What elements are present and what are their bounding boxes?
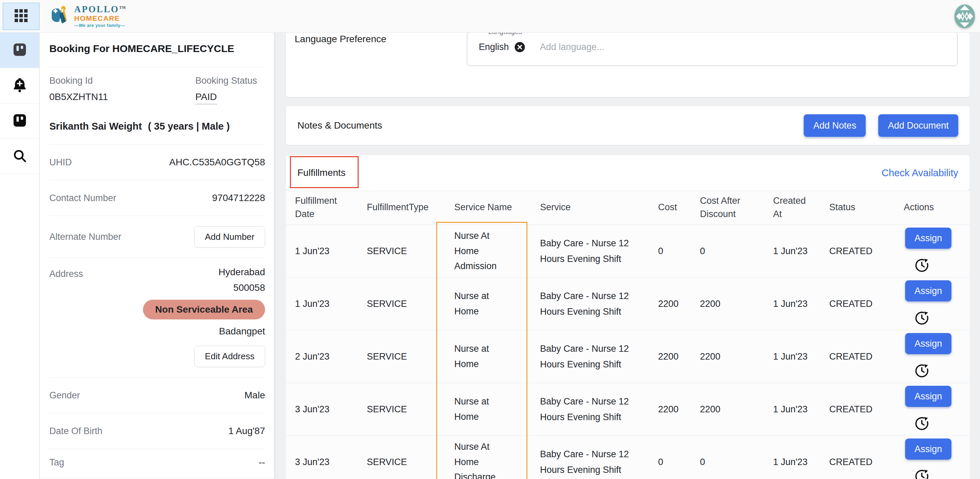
bell-plus-icon bbox=[11, 77, 28, 95]
language-preference-label: Language Preference bbox=[295, 33, 386, 46]
alternate-number-row: Alternate Number Add Number bbox=[49, 216, 265, 258]
cell-created-at: 1 Jun'23 bbox=[773, 352, 829, 362]
booking-panel: Booking For HOMECARE_LIFECYCLE Booking I… bbox=[40, 33, 274, 479]
fulfillments-table-header: Fulfillment Date FulfillmentType Service… bbox=[286, 191, 970, 225]
cell-fulfillment-type: SERVICE bbox=[367, 246, 454, 256]
cell-status: CREATED bbox=[829, 457, 904, 468]
booking-status-label: Booking Status bbox=[195, 76, 265, 86]
notes-documents-title: Notes & Documents bbox=[298, 120, 382, 131]
column-header-fulfillment-date: Fulfillment Date bbox=[295, 194, 367, 221]
booking-status-value[interactable]: PAID bbox=[195, 92, 217, 105]
cell-service-name: Nurse At Home Admission bbox=[454, 228, 514, 274]
reschedule-history-icon[interactable] bbox=[914, 258, 930, 273]
cell-created-at: 1 Jun'23 bbox=[773, 299, 829, 309]
cell-service-name: Nurse at Home bbox=[454, 288, 514, 319]
cell-cost-after-discount: 2200 bbox=[700, 352, 773, 362]
sidebar-item-notifications[interactable] bbox=[0, 68, 39, 103]
column-header-created-at: Created At bbox=[773, 194, 829, 221]
fulfillment-table-row: 1 Jun'23 SERVICE Nurse at Home Baby Care… bbox=[286, 278, 970, 330]
cell-service: Baby Care - Nurse 12 Hours Evening Shift bbox=[540, 288, 629, 320]
cell-fulfillment-type: SERVICE bbox=[367, 299, 454, 309]
user-avatar[interactable] bbox=[954, 4, 975, 29]
check-availability-link[interactable]: Check Availability bbox=[882, 167, 958, 178]
reschedule-history-icon[interactable] bbox=[914, 468, 930, 479]
cell-cost-after-discount: 0 bbox=[700, 246, 773, 256]
address-pincode: 500058 bbox=[234, 282, 265, 293]
fulfillment-table-row: 3 Jun'23 SERVICE Nurse at Home Baby Care… bbox=[286, 383, 970, 436]
remove-language-icon[interactable] bbox=[514, 42, 525, 53]
address-area: Badangpet bbox=[219, 326, 265, 337]
edit-address-button[interactable]: Edit Address bbox=[194, 345, 265, 367]
cell-cost: 0 bbox=[658, 246, 700, 256]
column-header-service: Service bbox=[540, 201, 658, 214]
languages-fieldset: Languages English bbox=[467, 28, 958, 66]
fulfillment-table-row: 3 Jun'23 SERVICE Nurse At Home Discharge… bbox=[286, 436, 970, 479]
cell-cost-after-discount: 2200 bbox=[700, 299, 773, 309]
cell-cost-after-discount: 0 bbox=[700, 457, 773, 468]
date-of-birth-label: Date Of Birth bbox=[49, 426, 102, 436]
add-document-button[interactable]: Add Document bbox=[878, 114, 958, 137]
tag-label: Tag bbox=[49, 457, 64, 468]
notes-documents-card: Notes & Documents Add Notes Add Document bbox=[286, 106, 970, 145]
sidebar-item-projects[interactable] bbox=[0, 103, 39, 139]
cell-status: CREATED bbox=[829, 352, 904, 362]
alternate-number-label: Alternate Number bbox=[49, 232, 121, 242]
logo-homecare-text: HOMECARE bbox=[74, 14, 126, 22]
patient-row: Srikanth Sai Weight ( 35 years | Male ) bbox=[49, 121, 265, 145]
fulfillments-title: Fulfillments bbox=[298, 167, 346, 178]
cell-fulfillment-type: SERVICE bbox=[367, 457, 454, 468]
fulfillments-header-card: Fulfillments Check Availability bbox=[286, 155, 970, 191]
add-number-button[interactable]: Add Number bbox=[194, 226, 265, 248]
kanban-board-icon bbox=[12, 113, 27, 130]
assign-button[interactable]: Assign bbox=[905, 386, 951, 407]
assign-button[interactable]: Assign bbox=[905, 280, 951, 301]
cell-service: Baby Care - Nurse 12 Hours Evening Shift bbox=[540, 341, 629, 372]
booking-id-value: 0B5XZHTN11 bbox=[49, 92, 195, 102]
cell-created-at: 1 Jun'23 bbox=[773, 457, 829, 468]
assign-button[interactable]: Assign bbox=[905, 333, 951, 354]
cell-cost: 2200 bbox=[658, 299, 700, 309]
uhid-label: UHID bbox=[49, 157, 72, 168]
cell-service: Baby Care - Nurse 12 Hours Evening Shift bbox=[540, 446, 629, 478]
address-city: Hyderabad bbox=[218, 267, 265, 278]
reschedule-history-icon[interactable] bbox=[914, 416, 930, 431]
cell-cost: 2200 bbox=[658, 404, 700, 415]
cell-service: Baby Care - Nurse 12 Hours Evening Shift bbox=[540, 236, 629, 267]
reschedule-history-icon[interactable] bbox=[914, 363, 930, 379]
cell-status: CREATED bbox=[829, 299, 904, 309]
cell-service: Baby Care - Nurse 12 Hours Evening Shift bbox=[540, 394, 629, 425]
assign-button[interactable]: Assign bbox=[905, 439, 951, 460]
cell-created-at: 1 Jun'23 bbox=[773, 404, 829, 415]
gender-value: Male bbox=[244, 390, 265, 401]
app-launcher-button[interactable] bbox=[3, 3, 40, 30]
sidebar-item-board-active[interactable] bbox=[0, 33, 39, 68]
app-screen: APOLLOTM HOMECARE —We are your family— bbox=[0, 0, 980, 479]
fulfillments-table-body: 1 Jun'23 SERVICE Nurse At Home Admission… bbox=[286, 225, 970, 479]
add-language-input[interactable] bbox=[540, 42, 744, 53]
uhid-row: UHID AHC.C535A0GGTQ58 bbox=[49, 145, 265, 180]
contact-number-value: 9704712228 bbox=[212, 193, 265, 204]
sidebar bbox=[0, 33, 40, 479]
cell-fulfillment-date: 3 Jun'23 bbox=[295, 457, 367, 468]
address-label: Address bbox=[49, 267, 83, 367]
apollo-homecare-logo[interactable]: APOLLOTM HOMECARE —We are your family— bbox=[49, 5, 126, 28]
column-header-service-name: Service Name bbox=[454, 201, 540, 214]
reschedule-history-icon[interactable] bbox=[914, 310, 930, 326]
add-notes-button[interactable]: Add Notes bbox=[804, 114, 865, 137]
cell-service-name: Nurse at Home bbox=[454, 394, 514, 425]
assign-button[interactable]: Assign bbox=[905, 228, 951, 249]
uhid-value: AHC.C535A0GGTQ58 bbox=[169, 157, 265, 168]
grid-icon bbox=[14, 8, 28, 24]
column-header-actions: Actions bbox=[904, 201, 970, 214]
sidebar-item-search[interactable] bbox=[0, 139, 39, 174]
cell-fulfillment-date: 1 Jun'23 bbox=[295, 246, 367, 256]
cell-cost-after-discount: 2200 bbox=[700, 404, 773, 415]
booking-id-status-section: Booking Id 0B5XZHTN11 Booking Status PAI… bbox=[49, 67, 265, 105]
booking-id-label: Booking Id bbox=[49, 76, 195, 86]
cell-fulfillment-type: SERVICE bbox=[367, 404, 454, 415]
cell-cost: 2200 bbox=[658, 352, 700, 362]
apollo-logo-mark-icon bbox=[49, 5, 70, 27]
logo-apollo-text: APOLLOTM bbox=[74, 5, 126, 14]
date-of-birth-value: 1 Aug'87 bbox=[228, 426, 265, 436]
language-preference-card: Language Preference Languages English bbox=[286, 33, 970, 97]
